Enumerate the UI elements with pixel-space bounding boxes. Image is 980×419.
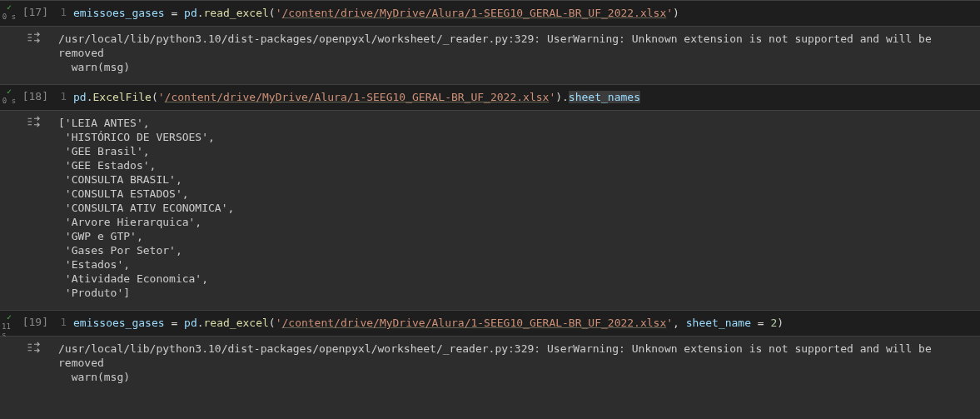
code-editor[interactable]: emissoes_gases = pd.read_excel('/content…: [67, 311, 980, 336]
code-token: read_excel: [204, 7, 269, 19]
code-token: ': [666, 317, 673, 329]
cell-gutter: ✓ 0 s [17]: [0, 1, 52, 26]
code-editor[interactable]: pd.ExcelFile('/content/drive/MyDrive/Alu…: [67, 85, 980, 110]
code-token: ): [673, 7, 679, 19]
code-token: pd: [73, 91, 87, 103]
code-token: (: [269, 317, 276, 329]
code-token: ExcelFile: [92, 91, 151, 103]
execution-time: 0 s: [2, 12, 16, 21]
check-icon: ✓: [7, 87, 12, 96]
code-token: .: [562, 91, 569, 103]
code-token: emissoes_gases: [73, 317, 165, 329]
code-token: pd: [184, 317, 197, 329]
code-token: ': [666, 7, 673, 19]
cell-output-17: /usr/local/lib/python3.10/dist-packages/…: [0, 27, 980, 84]
cell-gutter: ✓ 0 s [18]: [0, 85, 52, 110]
execution-status: ✓ 0 s: [2, 3, 17, 21]
line-number: 1: [52, 1, 67, 26]
output-toggle-icon[interactable]: [0, 337, 52, 394]
code-token: =: [751, 317, 770, 329]
execution-count: [17]: [22, 6, 48, 18]
cell-gutter: ✓ 11 s [19]: [0, 311, 52, 336]
execution-status: ✓ 0 s: [2, 87, 17, 105]
line-number: 1: [52, 85, 67, 110]
output-toggle-icon[interactable]: [0, 111, 52, 310]
output-text: ['LEIA ANTES', 'HISTÓRICO DE VERSOES', '…: [52, 111, 980, 310]
file-path-link[interactable]: /content/drive/MyDrive/Alura/1-SEEG10_GE…: [165, 91, 550, 103]
output-toggle-icon[interactable]: [0, 27, 52, 84]
code-token: ': [158, 91, 165, 103]
code-cell-18[interactable]: ✓ 0 s [18] 1 pd.ExcelFile('/content/driv…: [0, 84, 980, 111]
execution-status: ✓ 11 s: [2, 313, 17, 339]
code-token: pd: [184, 7, 197, 19]
code-token: emissoes_gases: [73, 7, 165, 19]
code-cell-17[interactable]: ✓ 0 s [17] 1 emissoes_gases = pd.read_ex…: [0, 0, 980, 27]
code-cell-19[interactable]: ✓ 11 s [19] 1 emissoes_gases = pd.read_e…: [0, 310, 980, 337]
code-token: read_excel: [204, 317, 269, 329]
code-token: .: [197, 317, 204, 329]
file-path-link[interactable]: /content/drive/MyDrive/Alura/1-SEEG10_GE…: [281, 317, 666, 329]
code-token: =: [165, 317, 184, 329]
line-number: 1: [52, 311, 67, 336]
code-token: sheet_name: [686, 317, 751, 329]
execution-time: 0 s: [2, 97, 16, 105]
code-token: sheet_names: [569, 91, 640, 103]
output-text: /usr/local/lib/python3.10/dist-packages/…: [52, 27, 980, 84]
check-icon: ✓: [7, 3, 12, 12]
code-token: (: [269, 7, 276, 19]
output-text: /usr/local/lib/python3.10/dist-packages/…: [52, 337, 980, 394]
file-path-link[interactable]: /content/drive/MyDrive/Alura/1-SEEG10_GE…: [281, 7, 666, 19]
check-icon: ✓: [7, 313, 12, 322]
code-token: ): [777, 317, 784, 329]
cell-output-18: ['LEIA ANTES', 'HISTÓRICO DE VERSOES', '…: [0, 111, 980, 310]
code-token: ,: [673, 317, 686, 329]
code-token: (: [152, 91, 158, 103]
code-token: .: [197, 7, 204, 19]
execution-count: [18]: [22, 90, 48, 102]
code-token: =: [165, 7, 184, 19]
cell-output-19: /usr/local/lib/python3.10/dist-packages/…: [0, 337, 980, 394]
code-editor[interactable]: emissoes_gases = pd.read_excel('/content…: [67, 1, 980, 26]
execution-count: [19]: [22, 316, 48, 328]
code-token: ): [555, 91, 562, 103]
